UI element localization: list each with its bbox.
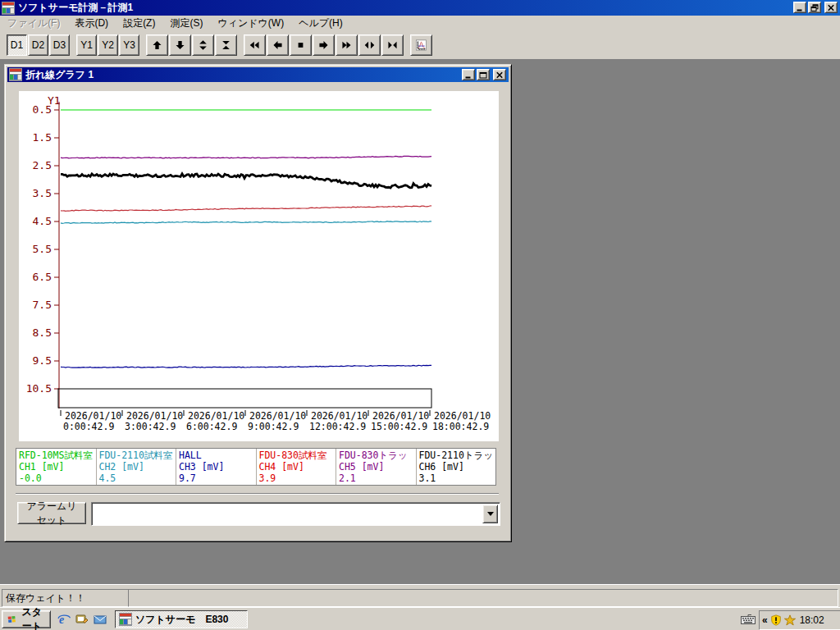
star-tray-icon[interactable] [784,614,796,626]
series-ch6 [61,174,431,188]
toolbar-scroll-right-button[interactable] [313,34,335,56]
svg-text:3:00:42.9: 3:00:42.9 [125,421,176,432]
expand-vertical-icon [198,38,208,52]
legend-value: 3.1 [419,472,496,484]
app-icon [2,2,15,15]
legend-channel: CH3 [mV] [179,461,256,472]
graph-window-title: 折れ線グラフ 1 [22,68,94,82]
svg-text:2026/01/10: 2026/01/10 [65,410,121,422]
menu-file[interactable]: ファイル(F) [0,16,67,31]
legend-device: HALL [179,450,256,461]
toolbar-y3-button[interactable]: Y3 [119,34,139,56]
toolbar: D1D2D3Y1Y2Y3 [0,30,840,59]
toolbar-d1-button[interactable]: D1 [7,34,27,56]
toolbar-line-graph-button[interactable] [410,34,432,56]
restore-button[interactable] [808,2,821,13]
status-message: 保存ウェイト！！ [6,591,85,605]
arrow-left-icon [272,38,283,52]
svg-text:4.5: 4.5 [33,215,52,227]
graph-window-icon [9,68,22,81]
toolbar-stop-button[interactable] [290,34,312,56]
svg-text:2026/01/10: 2026/01/10 [434,410,491,422]
legend-value: 3.9 [259,472,336,484]
arrow-up-icon [152,38,162,52]
toolbar-scroll-down-button[interactable] [169,34,191,56]
graph-titlebar: 折れ線グラフ 1 [7,67,509,82]
quicklaunch-outlook-icon[interactable] [92,612,108,627]
svg-text:2026/01/10: 2026/01/10 [311,410,368,422]
status-bar: 保存ウェイト！！ [0,584,840,608]
menu-settings[interactable]: 設定(Z) [116,16,162,31]
toolbar-compress-horizontal-button[interactable] [381,34,404,56]
quicklaunch-show-desktop-icon[interactable] [74,612,90,627]
toolbar-d2-button[interactable]: D2 [28,34,48,56]
taskbar-task-softthermo[interactable]: ソフトサーモ E830 [115,610,248,628]
toolbar-d3-button[interactable]: D3 [49,34,70,56]
svg-text:8.5: 8.5 [33,326,52,339]
graph-window-controls [462,69,506,80]
svg-text:2.5: 2.5 [33,159,52,171]
menu-window[interactable]: ウィンドウ(W) [210,16,291,31]
graph-minimize-button[interactable] [462,69,475,80]
line-chart: Y10.51.52.53.54.55.56.57.58.59.510.52026… [19,91,499,441]
alarm-combobox[interactable] [91,502,500,526]
tray-overflow-chevron[interactable]: « [762,616,768,624]
main-titlebar: ソフトサーモ計測－計測1 [0,0,840,16]
svg-text:2026/01/10: 2026/01/10 [249,410,306,422]
toolbar-scroll-left-button[interactable] [267,34,289,56]
security-alert-shield-icon[interactable] [770,614,782,626]
screen: ソフトサーモ計測－計測1 ファイル(F)表示(D)設定(Z)測定(S)ウィンドウ… [0,0,840,630]
graph-close-button[interactable] [493,69,506,80]
fast-forward-icon [341,38,352,52]
toolbar-fast-rewind-button[interactable] [244,34,266,56]
alarm-combobox-value[interactable] [94,504,498,523]
arrow-right-icon [318,38,329,52]
arrow-down-icon [175,38,185,52]
menu-measure[interactable]: 測定(S) [162,16,210,31]
toolbar-compress-vertical-button[interactable] [215,34,237,56]
start-button[interactable]: スタート [2,610,51,628]
svg-text:1.5: 1.5 [33,131,52,144]
toolbar-y2-button[interactable]: Y2 [98,34,118,56]
series-ch2 [61,221,431,224]
graph-window: 折れ線グラフ 1 Y10.51.52.53.54.55.56.57.58.59.… [4,64,512,542]
alarm-combobox-dropdown-button[interactable] [482,504,498,523]
app-icon [119,613,132,626]
legend-channel: CH6 [mV] [419,461,496,472]
separator [16,493,499,495]
mdi-area: 折れ線グラフ 1 Y10.51.52.53.54.55.56.57.58.59.… [0,59,840,584]
system-tray: « 18:02 [759,610,840,630]
alarm-reset-button[interactable]: アラームリセット [17,502,86,524]
keyboard-tray-icon[interactable] [741,614,756,625]
legend-cell-ch1: RFD-10MS試料室CH1 [mV]-0.0 [16,449,97,485]
svg-text:10.5: 10.5 [26,382,52,395]
quicklaunch-ie-icon[interactable]: e [56,612,72,627]
graph-maximize-button[interactable] [477,69,490,80]
close-button[interactable] [824,2,838,13]
main-window-controls [793,2,838,13]
toolbar-expand-horizontal-button[interactable] [358,34,381,56]
toolbar-fast-forward-button[interactable] [336,34,358,56]
chart-canvas: Y10.51.52.53.54.55.56.57.58.59.510.52026… [19,91,499,441]
svg-text:6.5: 6.5 [33,271,52,283]
legend-channel: CH5 [mV] [339,461,416,472]
legend-device: RFD-10MS試料室 [19,450,96,461]
toolbar-expand-vertical-button[interactable] [192,34,214,56]
toolbar-scroll-up-button[interactable] [146,34,168,56]
svg-text:12:00:42.9: 12:00:42.9 [309,421,366,432]
svg-text:2026/01/10: 2026/01/10 [188,410,244,422]
minimize-button[interactable] [793,2,806,13]
series-ch3 [61,365,431,368]
collapse-vertical-icon [221,38,231,52]
legend-value: 9.7 [179,472,256,484]
toolbar-y1-button[interactable]: Y1 [76,34,97,56]
legend-cell-ch4: FDU-830試料室CH4 [mV]3.9 [257,449,337,485]
series-ch5 [61,156,431,158]
chevron-down-icon [487,512,494,516]
line-graph-icon [416,38,427,52]
channel-legend-table: RFD-10MS試料室CH1 [mV]-0.0FDU-2110試料室CH2 [m… [16,448,496,486]
menu-help[interactable]: ヘルプ(H) [291,16,350,31]
menu-view[interactable]: 表示(D) [67,16,116,31]
windows-flag-icon [7,614,16,625]
svg-text:0.5: 0.5 [33,103,52,116]
